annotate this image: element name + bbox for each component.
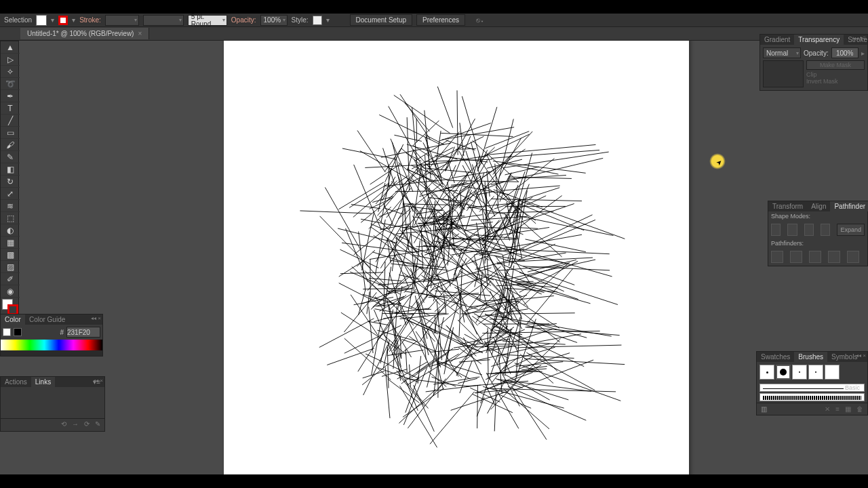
svg-line-662 [515,363,621,401]
tab-align[interactable]: Align [807,201,830,211]
perspective-tool[interactable]: ▦ [1,237,20,249]
line-tool[interactable]: ╱ [1,115,20,127]
divide-icon[interactable] [771,251,783,263]
fill-dropdown-arrow[interactable]: ▾ [51,16,54,24]
canvas-area[interactable] [20,41,868,474]
svg-line-254 [490,319,507,320]
new-brush-icon[interactable]: ▦ [845,405,851,413]
collapse-icon[interactable]: ◂◂ [93,378,98,384]
make-mask-button[interactable]: Make Mask [806,60,865,70]
lasso-tool[interactable]: ➰ [1,78,20,90]
close-icon[interactable]: × [98,315,101,321]
brush-thumb-2[interactable] [776,365,791,380]
eraser-tool[interactable]: ◧ [1,163,20,176]
brush-dropdown[interactable]: 5 pt. Round▾ [188,15,227,26]
tab-brushes[interactable]: Brushes [794,352,827,362]
selection-tool[interactable]: ▲ [1,41,20,54]
opacity-stepper-icon[interactable]: ▸ [861,49,865,57]
brush-thumb-4[interactable] [808,365,823,380]
art-brush-row[interactable] [760,393,865,401]
opacity-dropdown[interactable]: 100%▾ [260,15,288,26]
scale-tool[interactable]: ⤢ [1,188,20,200]
brush-options-icon[interactable]: ≡ [835,405,840,413]
expand-button[interactable]: Expand [837,224,865,236]
collapse-icon[interactable]: ◂◂ [853,35,859,41]
merge-icon[interactable] [809,251,821,263]
mesh-tool[interactable]: ▩ [1,249,20,261]
artboard[interactable] [224,41,689,474]
exclude-icon[interactable] [821,224,830,236]
hex-input[interactable] [66,327,100,338]
svg-line-572 [339,260,365,277]
stroke-swatch[interactable] [58,16,68,25]
svg-line-457 [477,192,494,195]
outline-icon[interactable] [847,251,859,263]
relink-icon[interactable]: ⟲ [61,420,66,428]
tab-transform[interactable]: Transform [768,201,807,211]
brush-thumb-3[interactable] [792,365,807,380]
gradient-tool[interactable]: ▨ [1,261,20,273]
fill-mini-swatch[interactable] [3,328,11,336]
close-icon[interactable]: ▾≡ [860,35,866,41]
magic-wand-tool[interactable]: ✧ [1,66,20,78]
shape-builder-tool[interactable]: ◐ [1,224,20,237]
unite-icon[interactable] [771,224,781,236]
intersect-icon[interactable] [804,224,814,236]
document-tab[interactable]: Untitled-1* @ 100% (RGB/Preview) × [20,28,149,39]
eyedropper-tool[interactable]: ✐ [1,273,20,285]
tab-gradient[interactable]: Gradient [760,35,794,45]
tab-swatches[interactable]: Swatches [757,352,794,362]
opacity-input[interactable] [831,47,859,58]
svg-line-619 [342,148,396,159]
variable-width-dropdown[interactable]: ▾ [143,15,184,26]
collapse-icon[interactable]: ◂◂ [856,352,861,359]
tab-pathfinder[interactable]: Pathfinder [830,201,868,211]
style-swatch[interactable] [313,16,322,25]
tab-color[interactable]: Color [1,314,25,325]
close-icon[interactable]: × [863,352,866,359]
fill-swatch[interactable] [36,15,47,26]
rotate-tool[interactable]: ↻ [1,176,20,188]
stroke-weight-dropdown[interactable]: ▾ [105,15,139,26]
close-icon[interactable]: × [138,30,142,37]
pen-tool[interactable]: ✒ [1,90,20,102]
document-setup-button[interactable]: Document Setup [350,14,413,26]
crop-icon[interactable] [828,251,840,263]
edit-original-icon[interactable]: ✎ [95,420,100,428]
rectangle-tool[interactable]: ▭ [1,127,20,139]
type-tool[interactable]: T [1,102,20,115]
tab-links[interactable]: Links [31,377,55,387]
update-link-icon[interactable]: ⟳ [84,420,90,428]
paintbrush-tool[interactable]: 🖌 [1,139,20,151]
preferences-button[interactable]: Preferences [416,14,465,26]
stroke-dropdown-arrow[interactable]: ▾ [72,16,75,24]
blend-tool[interactable]: ◉ [1,285,20,298]
minus-front-icon[interactable] [787,224,797,236]
tab-transparency[interactable]: Transparency [794,35,844,45]
stroke-mini-swatch[interactable] [14,328,22,336]
svg-line-361 [354,165,382,230]
direct-selection-tool[interactable]: ▷ [1,54,20,66]
free-transform-tool[interactable]: ⬚ [1,212,20,224]
brush-thumb-5[interactable] [825,365,840,380]
style-dropdown-arrow[interactable]: ▾ [326,16,330,24]
align-icon[interactable]: ⎋▾ [476,16,484,24]
collapse-icon[interactable]: ◂◂ [91,315,96,321]
goto-link-icon[interactable]: → [72,420,79,428]
trim-icon[interactable] [790,251,802,263]
brush-thumb-1[interactable] [760,365,774,380]
close-icon[interactable]: × [100,378,103,384]
active-tool-label: Selection [4,16,32,24]
tab-actions[interactable]: Actions [1,377,31,387]
delete-brush-icon[interactable]: 🗑 [856,405,863,413]
tab-color-guide[interactable]: Color Guide [25,314,69,325]
brush-library-icon[interactable]: ▥ [761,405,767,413]
width-tool[interactable]: ≋ [1,200,20,212]
blend-mode-dropdown[interactable]: Normal▾ [763,47,801,58]
color-spectrum[interactable] [1,340,102,350]
svg-line-261 [414,385,435,432]
brushes-panel: ◂◂× Swatches Brushes Symbols Basic ▥ ✕ ≡… [756,351,868,415]
pencil-tool[interactable]: ✎ [1,151,20,163]
basic-brush-row[interactable]: Basic [760,384,865,392]
remove-stroke-icon[interactable]: ✕ [825,405,830,413]
